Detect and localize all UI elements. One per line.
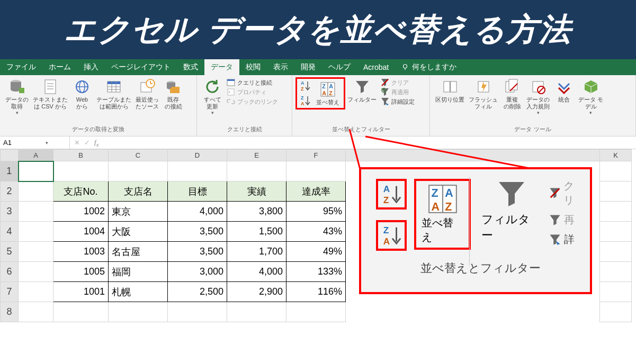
- svg-marker-57: [556, 241, 560, 244]
- callout-filter: フィルター: [481, 179, 541, 243]
- callout-sort-asc: [376, 179, 407, 210]
- funnel-icon: [497, 179, 526, 208]
- reapply-icon: [549, 214, 561, 226]
- sort-grid-icon: [424, 184, 462, 214]
- callout-sort-label: 並べ替え: [422, 216, 463, 244]
- zoom-callout: 並べ替え フィルター クリ 再 詳 並べ替え: [359, 167, 592, 294]
- svg-line-54: [350, 129, 360, 169]
- callout-filter-label: フィルター: [481, 212, 541, 243]
- callout-advanced: 詳: [549, 232, 585, 247]
- advanced-icon: [549, 234, 561, 245]
- callout-group-label: 並べ替えとフィルター: [376, 260, 585, 276]
- separator: [469, 177, 470, 266]
- callout-clear: クリ: [549, 179, 585, 207]
- svg-line-55: [365, 136, 530, 168]
- clear-icon: [549, 187, 561, 199]
- callout-sort-desc: [376, 220, 407, 251]
- callout-sort-dialog: 並べ替え: [414, 179, 471, 250]
- callout-reapply: 再: [549, 213, 585, 227]
